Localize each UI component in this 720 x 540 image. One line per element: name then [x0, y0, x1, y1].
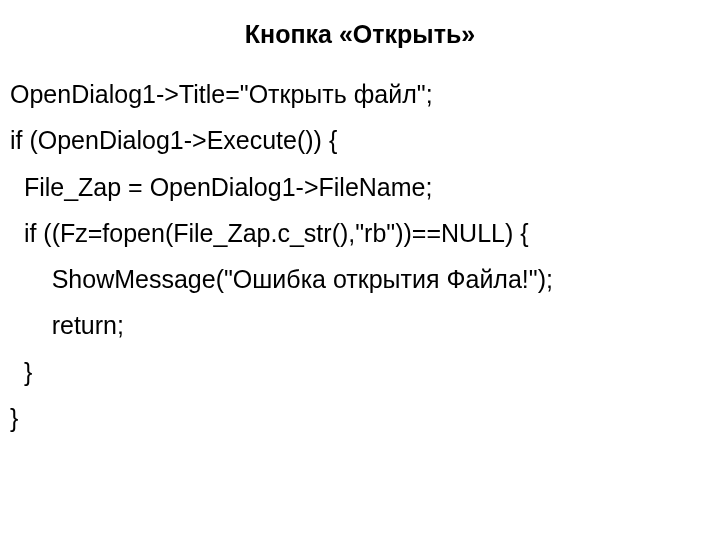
- code-line: OpenDialog1->Title="Открыть файл";: [10, 71, 710, 117]
- code-line: }: [10, 395, 710, 441]
- section-title: Кнопка «Открыть»: [10, 20, 710, 49]
- code-line: if ((Fz=fopen(File_Zap.c_str(),"rb"))==N…: [10, 210, 710, 256]
- code-line: if (OpenDialog1->Execute()) {: [10, 117, 710, 163]
- code-line: ShowMessage("Ошибка открытия Файла!");: [10, 256, 710, 302]
- code-block: OpenDialog1->Title="Открыть файл"; if (O…: [10, 71, 710, 441]
- code-line: }: [10, 349, 710, 395]
- code-line: File_Zap = OpenDialog1->FileName;: [10, 164, 710, 210]
- code-line: return;: [10, 302, 710, 348]
